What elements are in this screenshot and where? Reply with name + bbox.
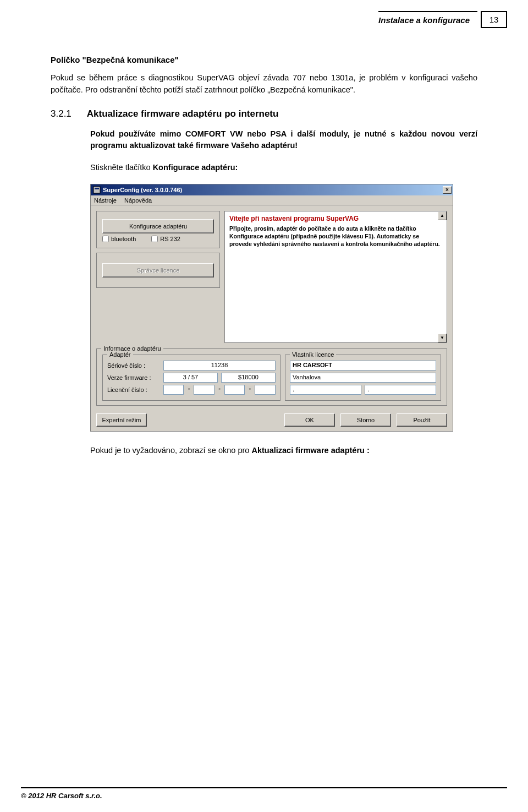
lic-sep-1: - bbox=[187, 385, 190, 395]
svg-rect-1 bbox=[95, 188, 99, 189]
info-panel: ▲ Vítejte při nastavení programu SuperVA… bbox=[224, 211, 447, 343]
paragraph-press-button-a: Stiskněte tlačítko bbox=[90, 163, 153, 172]
welcome-body: Připojte, prosím, adaptér do počítače a … bbox=[229, 225, 442, 248]
lic-sep-2: - bbox=[218, 385, 221, 395]
label-licence-no: Licenční číslo : bbox=[107, 386, 160, 393]
checkbox-rs232-input[interactable] bbox=[151, 236, 158, 242]
checkbox-bluetooth-label: bluetooth bbox=[111, 236, 136, 242]
dialog-title: SuperConfig (ver. 3.0.0.746) bbox=[103, 187, 182, 193]
dialog-titlebar[interactable]: SuperConfig (ver. 3.0.0.746) × bbox=[91, 184, 453, 195]
value-serial: 11238 bbox=[163, 361, 276, 370]
page-number: 13 bbox=[481, 11, 507, 28]
config-adapter-button[interactable]: Konfigurace adaptéru bbox=[102, 219, 214, 233]
group-owner: Vlastník licence HR CARSOFT Vanhalova . … bbox=[285, 355, 441, 401]
heading-number: 3.2.1 bbox=[51, 108, 72, 119]
paragraph-after-dialog: Pokud je to vyžadováno, zobrazí se okno … bbox=[90, 446, 477, 455]
owner-d1: . bbox=[290, 385, 361, 395]
ok-button[interactable]: OK bbox=[284, 413, 335, 427]
group-config: Konfigurace adaptéru bluetooth RS 232 bbox=[96, 211, 220, 248]
expert-mode-button[interactable]: Expertní režim bbox=[96, 413, 147, 427]
welcome-title: Vítejte při nastavení programu SuperVAG bbox=[229, 215, 442, 222]
subsection-title-bezpecna: Políčko "Bezpečná komunikace" bbox=[51, 55, 477, 64]
cancel-button[interactable]: Storno bbox=[340, 413, 391, 427]
header-section-title: Instalace a konfigurace bbox=[378, 11, 477, 28]
paragraph-firmware-warning: Pokud používáte mimo COMFORT VW nebo PSA… bbox=[90, 128, 477, 152]
scroll-down-icon[interactable]: ▼ bbox=[438, 334, 447, 342]
owner-name: HR CARSOFT bbox=[290, 361, 436, 370]
group-adapter-legend: Adaptér bbox=[107, 351, 133, 358]
after-t2: Aktualizaci firmware adaptéru : bbox=[251, 446, 369, 455]
group-licence: Správce licence bbox=[96, 253, 220, 288]
dialog-button-row: Expertní režim OK Storno Použít bbox=[96, 413, 447, 428]
group-adapter: Adaptér Sériové číslo : 11238 Verze firm… bbox=[102, 355, 280, 401]
owner-d2: . bbox=[365, 385, 436, 395]
owner-line2: Vanhalova bbox=[290, 373, 436, 383]
value-firmware-a: 3 / 57 bbox=[163, 373, 218, 383]
value-lic-d bbox=[255, 385, 275, 395]
heading-321: 3.2.1 Aktualizace firmware adaptéru po i… bbox=[51, 108, 477, 119]
heading-text: Aktualizace firmware adaptéru po interne… bbox=[87, 108, 279, 119]
licence-manager-button: Správce licence bbox=[102, 263, 214, 277]
group-adapter-info: Informace o adaptéru Adaptér Sériové čís… bbox=[96, 348, 447, 406]
checkbox-rs232-label: RS 232 bbox=[160, 236, 180, 242]
paragraph-press-button-b: Konfigurace adaptéru: bbox=[153, 163, 238, 172]
svg-rect-0 bbox=[94, 187, 100, 193]
scroll-up-icon[interactable]: ▲ bbox=[438, 211, 447, 220]
menu-bar: Nástroje Nápověda bbox=[91, 195, 453, 205]
checkbox-bluetooth-input[interactable] bbox=[102, 236, 109, 242]
app-icon bbox=[93, 186, 101, 194]
checkbox-rs232[interactable]: RS 232 bbox=[151, 236, 180, 242]
menu-help[interactable]: Nápověda bbox=[124, 197, 152, 204]
label-firmware: Verze firmware : bbox=[107, 374, 160, 381]
after-t1: Pokud je to vyžadováno, zobrazí se okno … bbox=[90, 446, 251, 455]
paragraph-press-button: Stiskněte tlačítko Konfigurace adaptéru: bbox=[90, 162, 477, 174]
apply-button[interactable]: Použít bbox=[397, 413, 447, 427]
menu-tools[interactable]: Nástroje bbox=[94, 197, 117, 204]
page-header: Instalace a konfigurace 13 bbox=[378, 11, 507, 28]
value-lic-b bbox=[194, 385, 214, 395]
value-firmware-b: $18000 bbox=[221, 373, 276, 383]
group-owner-legend: Vlastník licence bbox=[290, 351, 336, 358]
checkbox-bluetooth[interactable]: bluetooth bbox=[102, 236, 136, 242]
page-footer: © 2012 HR Carsoft s.r.o. bbox=[21, 787, 507, 800]
value-lic-a bbox=[163, 385, 184, 395]
label-serial: Sériové číslo : bbox=[107, 362, 160, 369]
paragraph-bezpecna: Pokud se během práce s diagnostikou Supe… bbox=[51, 72, 477, 96]
lic-sep-3: - bbox=[248, 385, 251, 395]
close-icon[interactable]: × bbox=[443, 186, 452, 194]
value-lic-c bbox=[224, 385, 245, 395]
superconfig-dialog: SuperConfig (ver. 3.0.0.746) × Nástroje … bbox=[90, 184, 453, 432]
